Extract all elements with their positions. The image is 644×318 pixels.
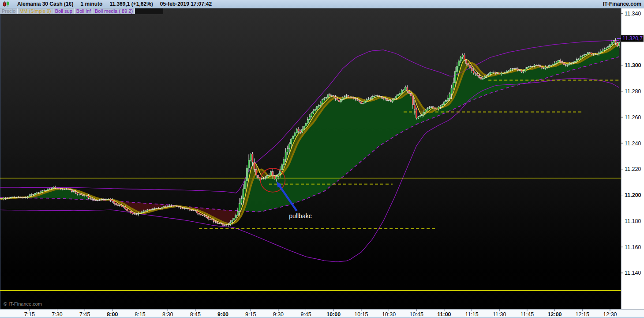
brand-logo-text: IT-Finance.com	[603, 1, 644, 7]
x-tick-8:15: 8:15	[135, 311, 145, 318]
timeframe-label: 1 minuto	[80, 1, 102, 7]
quote-datetime: 05-feb-2019 17:07:42	[160, 1, 212, 7]
x-tick-9:45: 9:45	[300, 311, 311, 318]
legend-item-boll-sup[interactable]: Boll sup	[53, 8, 75, 14]
x-tick-7:45: 7:45	[79, 311, 90, 318]
x-tick-9:00: 9:00	[217, 311, 228, 318]
candles-icon	[0, 1, 10, 8]
x-tick-11:30: 11:30	[493, 311, 506, 318]
x-tick-11:00: 11:00	[437, 311, 451, 318]
y-tick-11.220: 11.220	[625, 166, 641, 172]
y-tick-11.300: 11.300	[625, 62, 641, 68]
y-tick-11.180: 11.180	[625, 218, 641, 224]
x-tick-10:30: 10:30	[382, 311, 396, 318]
title-bar: Alemania 30 Cash (1€) 1 minuto 11.369,1 …	[0, 0, 644, 8]
trading-app-window: Alemania 30 Cash (1€) 1 minuto 11.369,1 …	[0, 0, 644, 318]
y-tick-11.260: 11.260	[625, 114, 641, 121]
legend-item-precio[interactable]: Precio	[0, 8, 18, 14]
legend-item-boll-media-89-2[interactable]: Boll media ( 89 2)	[93, 8, 135, 14]
x-tick-8:00: 8:00	[107, 311, 118, 318]
y-tick-11.140: 11.140	[625, 270, 641, 276]
y-tick-11.340: 11.340	[625, 11, 641, 17]
chart-left-edge	[0, 8, 1, 309]
y-tick-11.160: 11.160	[625, 244, 641, 250]
y-tick-11.240: 11.240	[625, 140, 641, 147]
copyright-watermark: © IT-Finance.com	[4, 301, 42, 307]
x-tick-7:15: 7:15	[24, 311, 35, 318]
last-price-tag: 11.320,7	[617, 35, 644, 42]
x-tick-11:45: 11:45	[520, 311, 534, 318]
y-tick-11.200: 11.200	[625, 192, 641, 198]
y-axis-strip[interactable]	[621, 8, 644, 309]
x-tick-10:15: 10:15	[354, 311, 368, 318]
x-tick-10:00: 10:00	[326, 311, 341, 318]
x-tick-11:15: 11:15	[465, 311, 478, 318]
x-tick-7:30: 7:30	[52, 311, 62, 318]
x-tick-12:00: 12:00	[548, 311, 562, 318]
x-tick-9:15: 9:15	[245, 311, 256, 318]
x-tick-10:45: 10:45	[410, 311, 423, 318]
instrument-name: Alemania 30 Cash (1€)	[17, 1, 73, 7]
x-tick-9:30: 9:30	[273, 311, 284, 318]
legend-item-boll-inf[interactable]: Boll inf	[75, 8, 93, 14]
y-tick-11.280: 11.280	[625, 88, 641, 95]
x-tick-8:30: 8:30	[162, 311, 173, 318]
legend-item-mm-simple-9[interactable]: MM (Simple 9)	[18, 8, 53, 14]
indicator-legend: PrecioMM (Simple 9)Boll supBoll infBoll …	[0, 8, 163, 14]
legend-collapsed-item[interactable]	[135, 8, 163, 14]
x-tick-8:45: 8:45	[190, 311, 201, 318]
pullback-text-annotation[interactable]: pullbakc	[289, 212, 311, 220]
last-price-tag-value: 11.320,7	[622, 35, 643, 42]
x-tick-12:30: 12:30	[603, 311, 617, 318]
last-quote: 11.369,1 (+1,62%)	[109, 1, 153, 7]
x-tick-12:15: 12:15	[576, 311, 589, 318]
price-chart-canvas[interactable]: pullbakc 11.34011.32011.30011.28011.2601…	[0, 0, 644, 318]
